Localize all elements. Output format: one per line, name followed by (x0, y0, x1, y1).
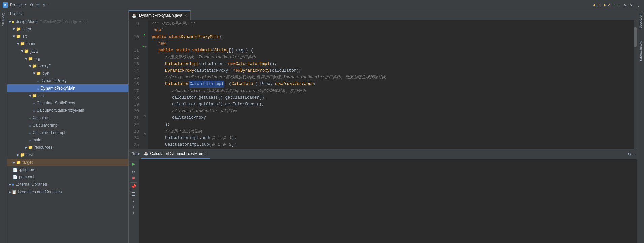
tree-item-pomxml[interactable]: 📄 pom.xml (7, 173, 128, 181)
tree-label: CalculatorStaticProxy (37, 101, 75, 105)
code-content[interactable]: /** 动态代理使用: */ new ' public class Dynami… (148, 20, 634, 149)
arrow-icon: ▶ (17, 152, 19, 157)
right-panel-notifications[interactable]: Notifications (637, 38, 644, 64)
code-line-22: ); (152, 121, 631, 128)
tree-item-org[interactable]: ▼ 📁 org (7, 55, 128, 62)
bottom-tab-icon: ☕ (144, 151, 149, 156)
arrow-icon: ▼ (17, 41, 19, 46)
fold-icon-23[interactable]: ⊟ (144, 114, 146, 118)
gutter-22 (141, 108, 148, 113)
title-project-label: Project (10, 3, 23, 7)
tree-item-calculatorimpl[interactable]: ☕ CalculatorImpl (7, 122, 128, 129)
folder-icon: 📁 (20, 41, 25, 46)
tree-item-dyn[interactable]: ▼ 📁 dyn (7, 70, 128, 77)
nav-up[interactable]: ∧ (623, 2, 626, 8)
line-num-20: 20 (129, 108, 139, 114)
tree-item-src[interactable]: ▼ 📁 src (7, 33, 128, 40)
tree-item-scratches[interactable]: ▶ 📋 Scratches and Consoles (7, 188, 128, 196)
menu-dots[interactable]: ⋮ (636, 2, 641, 8)
tree-item-calcstaticproxy[interactable]: ☕ CalculatorStaticProxy (7, 99, 128, 107)
tab-dynamicproxymain[interactable]: ☕ DynamicProxyMain.java ✕ (129, 10, 191, 20)
arrow-icon: ▼ (29, 93, 31, 98)
tree-label-scratches: Scratches and Consoles (18, 189, 62, 194)
left-icon-commit[interactable]: Commit (2, 11, 6, 27)
code-line-12: //定义目标对象、InvocationHandler接口实例 (152, 54, 631, 61)
tab-close-icon[interactable]: ✕ (184, 14, 187, 18)
bottom-panel: Run: ☕ CalculatorDynamicProxyMain ✕ ⚙ — (129, 149, 637, 243)
line-num-empty2 (129, 40, 139, 47)
code-line-17: //calculator 目标对象通过接口getClass 获得类加载对象、接口… (152, 88, 631, 94)
tree-item-calculator[interactable]: ☕ Calculator (7, 114, 128, 122)
tree-item-calculatorlogimpl[interactable]: ☕ CalculatorLogImpl (7, 129, 128, 136)
run-icon-10[interactable]: ▶ (144, 33, 146, 37)
tree-label-designmode: designMode (16, 19, 37, 24)
nav-down[interactable]: ∨ (630, 2, 633, 8)
tree-item-target[interactable]: ▶ 📁 target (7, 159, 128, 166)
line-num-23: 23 (129, 128, 139, 135)
tree-item-calcstaticproxymain[interactable]: ☕ CalculatorStaticProxyMain (7, 107, 128, 114)
tree-item-gitignore[interactable]: 📄 .gitignore (7, 166, 128, 173)
java-file-icon: ☕ (37, 79, 39, 83)
tree-item-main[interactable]: ▼ 📁 main (7, 40, 128, 47)
bottom-rerun-icon[interactable]: ↺ (132, 169, 135, 174)
tree-item-dynamicproxy[interactable]: ☕ DynamicProxy (7, 77, 128, 84)
code-line-new2: new ' (152, 40, 631, 47)
code-line-10: public class DynamicProxyMain { (152, 34, 631, 40)
arrow-icon: ▼ (21, 49, 23, 54)
tree-container[interactable]: ▼ ▣ designMode F:\Code\SCZfdk\designMode… (7, 18, 128, 243)
bottom-up-icon[interactable]: ↑ (132, 205, 135, 209)
folder-icon: 📁 (36, 71, 41, 76)
bottom-down-icon[interactable]: ↓ (132, 211, 135, 215)
tree-item-dynamicproxymain[interactable]: ☕ DynamicProxyMain (7, 84, 128, 92)
code-line-24: Calculatorimpl.add(参 1, 参 1); (152, 135, 631, 141)
gutter-17 (141, 79, 148, 84)
line-num-26: 26 (129, 148, 139, 149)
bottom-tab-close[interactable]: ✕ (205, 152, 207, 155)
folder-icon: 📁 (32, 64, 37, 68)
gutter-27 (141, 137, 148, 143)
line-num-15: 15 (129, 74, 139, 81)
debug-icon-11[interactable]: ◉ (145, 45, 147, 48)
fold-icon-26[interactable]: ⊟ (144, 132, 146, 136)
tree-item-test[interactable]: ▶ 📁 test (7, 151, 128, 159)
bottom-minimize-icon[interactable]: — (633, 151, 635, 157)
bottom-pin-icon[interactable]: 📌 (131, 184, 136, 190)
code-line-13: CalculatorImpl calculator = new Calculat… (152, 61, 631, 67)
bottom-settings-icon[interactable]: ⚙ (628, 151, 631, 157)
right-panel: Database Notifications (637, 10, 644, 243)
run-icon-11[interactable]: ▶ (143, 44, 145, 48)
tool-icon-minus[interactable]: — (48, 2, 51, 8)
code-line-15: //Proxy.newProxyInstance(目标类加载对象,目标接口数组,… (152, 74, 631, 81)
java-file-icon: ☕ (33, 108, 35, 113)
code-line-16: Calculator CalculatorImpl = (Calculator)… (152, 81, 631, 88)
tree-item-main2[interactable]: ☕ main (7, 136, 128, 144)
tool-icon-settings[interactable]: ⚙ (30, 2, 33, 8)
tree-item-sta[interactable]: ▼ 📁 sta (7, 92, 128, 99)
tree-item-resources[interactable]: ▶ 📁 resources (7, 144, 128, 151)
gutter-10[interactable]: ▶ (141, 32, 148, 38)
xml-icon: 📄 (13, 175, 18, 179)
title-dropdown-icon[interactable]: ▼ (25, 3, 27, 7)
tool-icon-build[interactable]: ⚒ (43, 2, 45, 8)
bottom-tab-active[interactable]: ☕ CalculatorDynamicProxyMain ✕ (141, 149, 210, 159)
bottom-list-icon[interactable]: ☰ (131, 191, 136, 197)
bottom-stop-icon[interactable]: ■ (132, 176, 135, 181)
scrollbar-thumb[interactable] (634, 27, 637, 47)
tree-item-idea[interactable]: ▼ 📁 .idea (7, 25, 128, 33)
tree-item-ext-libs[interactable]: ▶ ⊞ External Libraries (7, 181, 128, 188)
tree-item-designmode[interactable]: ▼ ▣ designMode F:\Code\SCZfdk\designMode (7, 18, 128, 25)
tree-label: sta (38, 93, 44, 98)
app-root: ▣ Project ▼ ⚙ ☰ ⚒ — ▲ ▲ 11 ▲ 2 ✓ 1 ∧ ∨ ⋮… (0, 0, 644, 243)
tool-icon-list[interactable]: ☰ (36, 2, 40, 8)
tree-label-path: F:\Code\SCZfdk\designMode (40, 20, 88, 24)
tree-item-proxyd[interactable]: ▼ 📁 proxyD (7, 62, 128, 70)
arrow-icon: ▶ (9, 189, 11, 194)
bottom-filter-icon[interactable]: ▽ (132, 198, 135, 203)
tree-label: dyn (42, 71, 49, 76)
tree-item-java[interactable]: ▼ 📁 java (7, 47, 128, 55)
arrow-icon: ▼ (29, 64, 31, 68)
gutter-11[interactable]: ▶ ◉ (141, 43, 148, 49)
bottom-play-icon[interactable]: ▶ (132, 161, 135, 167)
right-panel-database[interactable]: Database (637, 10, 644, 31)
editor-scrollbar[interactable] (634, 20, 637, 149)
